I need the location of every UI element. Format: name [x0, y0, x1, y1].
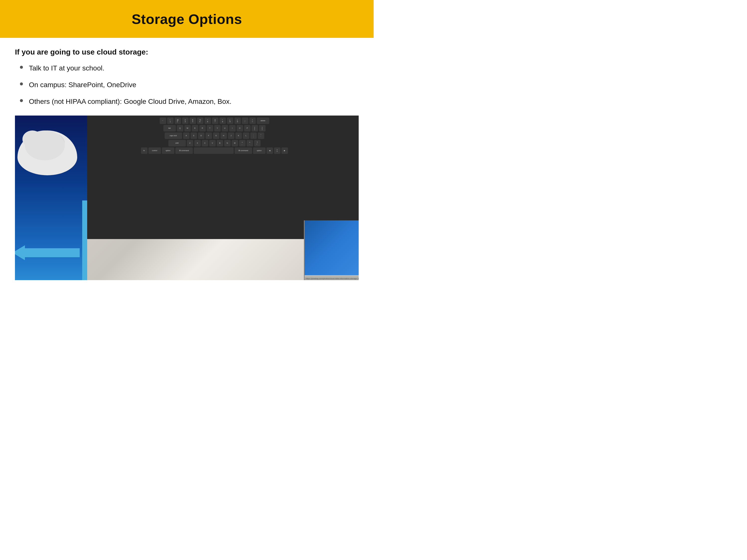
- key-k: K: [235, 132, 242, 139]
- cloud-bump-medium: [40, 133, 65, 153]
- key-tilde: ~`: [160, 117, 166, 124]
- keyboard-image: ~` !1 @2 #3 $4 %5 ^6 &7 *8 (9 )0 _-: [87, 115, 359, 280]
- list-item: Talk to IT at your school.: [20, 63, 359, 73]
- blue-screen-laptop: https://pixabay.com/photos/cloud-data-in…: [304, 220, 359, 280]
- key-4: $4: [189, 117, 196, 124]
- key-slash: ?/: [254, 140, 261, 146]
- header-bar: Storage Options: [0, 0, 374, 38]
- vertical-bar: [82, 201, 87, 280]
- arrow-head: [15, 245, 25, 260]
- cloud-storage-intro: If you are going to use cloud storage:: [15, 48, 359, 56]
- key-x: X: [194, 140, 201, 146]
- key-g: G: [213, 132, 220, 139]
- content-area: If you are going to use cloud storage: T…: [0, 38, 374, 280]
- key-d: D: [198, 132, 205, 139]
- key-z: Z: [187, 140, 193, 146]
- key-h: H: [221, 132, 227, 139]
- cloud-bump-small: [22, 131, 42, 148]
- bullet-dot-3: [20, 99, 23, 102]
- key-p: P: [244, 125, 251, 131]
- key-v: V: [209, 140, 216, 146]
- bullet-text-3: Others (not HIPAA compliant): Google Clo…: [29, 97, 231, 106]
- key-r: R: [199, 125, 206, 131]
- key-command-right: ⌘ command: [235, 148, 252, 154]
- key-6: ^6: [205, 117, 211, 124]
- key-fn: fn: [141, 148, 148, 154]
- key-equals: +=: [249, 117, 256, 124]
- key-row-2: tab Q W E R T Y U I O P {[ }]: [87, 125, 359, 131]
- slide-title: Storage Options: [131, 11, 242, 27]
- key-l: L: [243, 132, 249, 139]
- key-n: N: [224, 140, 231, 146]
- key-minus: _-: [242, 117, 248, 124]
- key-arrow-up-down: ▲▼: [274, 148, 281, 154]
- key-f: F: [206, 132, 212, 139]
- key-row-3: caps lock A S D F G H J K L :; "': [87, 132, 359, 139]
- bullet-list: Talk to IT at your school. On campus: Sh…: [20, 63, 359, 113]
- key-option-left: option: [162, 148, 174, 154]
- key-3: #3: [182, 117, 188, 124]
- bullet-dot-2: [20, 82, 23, 85]
- cloud-shape: [15, 121, 87, 185]
- key-row-4: shift Z X C V B N M <, >. ?/: [87, 140, 359, 146]
- key-shift-left: shift: [169, 140, 186, 146]
- key-b: B: [217, 140, 223, 146]
- key-option-right: option: [253, 148, 265, 154]
- key-y: Y: [214, 125, 221, 131]
- images-row: ~` !1 @2 #3 $4 %5 ^6 &7 *8 (9 )0 _-: [15, 115, 359, 280]
- key-command-left: ⌘ command: [175, 148, 193, 154]
- key-row-5: fn control option ⌘ command ⌘ command op…: [87, 148, 359, 154]
- key-c: C: [202, 140, 208, 146]
- key-7: &7: [212, 117, 218, 124]
- arrow-shaft: [25, 248, 80, 257]
- key-1: !1: [167, 117, 174, 124]
- slide: Storage Options If you are going to use …: [0, 0, 374, 280]
- cloud-image: [15, 115, 87, 280]
- key-u: U: [222, 125, 228, 131]
- key-bracket-right: }]: [259, 125, 265, 131]
- key-delete: delete: [257, 117, 269, 124]
- bullet-text-1: Talk to IT at your school.: [29, 63, 104, 73]
- key-t: T: [207, 125, 213, 131]
- key-w: W: [184, 125, 191, 131]
- key-q: Q: [177, 125, 183, 131]
- key-a: A: [183, 132, 189, 139]
- key-j: J: [228, 132, 234, 139]
- key-row-1: ~` !1 @2 #3 $4 %5 ^6 &7 *8 (9 )0 _-: [87, 117, 359, 124]
- key-caps: caps lock: [165, 132, 182, 139]
- key-arrow-right: ▶: [281, 148, 288, 154]
- key-5: %5: [197, 117, 204, 124]
- key-period: >.: [247, 140, 253, 146]
- key-bracket-left: {[: [252, 125, 258, 131]
- key-o: O: [237, 125, 243, 131]
- key-control: control: [149, 148, 161, 154]
- key-space: [194, 148, 234, 154]
- key-2: @2: [175, 117, 181, 124]
- key-9: (9: [227, 117, 233, 124]
- key-s: S: [190, 132, 197, 139]
- key-tab: tab: [163, 125, 176, 131]
- key-quote: "': [258, 132, 264, 139]
- key-e: E: [192, 125, 198, 131]
- list-item: Others (not HIPAA compliant): Google Clo…: [20, 97, 359, 106]
- key-arrow-left: ◀: [266, 148, 273, 154]
- key-8: *8: [220, 117, 226, 124]
- list-item: On campus: SharePoint, OneDrive: [20, 80, 359, 90]
- bullet-dot-1: [20, 66, 23, 69]
- bullet-text-2: On campus: SharePoint, OneDrive: [29, 80, 136, 90]
- url-bar: https://pixabay.com/photos/cloud-data-in…: [305, 277, 359, 279]
- key-m: M: [232, 140, 238, 146]
- key-comma: <,: [239, 140, 246, 146]
- arrow-left: [15, 245, 80, 260]
- key-0: )0: [234, 117, 241, 124]
- key-i: I: [229, 125, 236, 131]
- key-semicolon: :;: [250, 132, 257, 139]
